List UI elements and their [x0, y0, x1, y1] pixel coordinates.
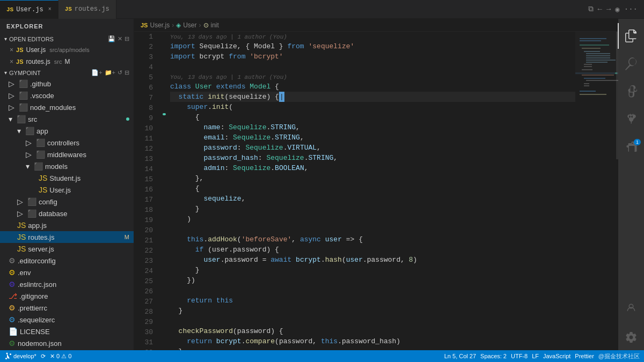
svg-rect-15	[584, 78, 605, 79]
js-user-icon: JS	[39, 186, 47, 194]
go-live-icon[interactable]: ◉	[615, 5, 619, 14]
tree-item-nodemon[interactable]: ⚙ nodemon.json	[0, 337, 134, 349]
tree-item-eslint[interactable]: ⚙ .eslintrc.json	[0, 278, 134, 290]
tree-item-config[interactable]: ▷ ⬛ config	[0, 196, 134, 208]
breadcrumb-method-icon: ⊙	[203, 21, 209, 29]
breadcrumb: JS User.js › ◈ User › ⊙ init	[134, 19, 618, 32]
routes-modified: M	[125, 234, 129, 240]
src-label: src	[28, 115, 37, 123]
code-line-4: class User extends Model {	[170, 82, 575, 92]
tab-user-js[interactable]: JS User.js ×	[0, 0, 58, 19]
svg-rect-22	[575, 72, 618, 74]
activity-extensions[interactable]: 1	[618, 135, 644, 160]
middlewares-label: middlewares	[47, 151, 86, 159]
close-routes-js[interactable]: ×	[10, 58, 13, 65]
folder-database-icon: ⬛	[27, 209, 36, 218]
tree-item-user-js[interactable]: JS User.js	[0, 184, 134, 196]
tree-item-controllers[interactable]: ▷ ⬛ controllers	[0, 137, 134, 149]
tree-item-prettierrc[interactable]: ⚙ .prettierrc	[0, 302, 134, 314]
tab-user-js-close[interactable]: ×	[48, 6, 52, 12]
status-position[interactable]: Ln 5, Col 27	[444, 353, 476, 359]
refresh-icon[interactable]: ↺	[118, 69, 122, 76]
sidebar: EXPLORER ▾ OPEN EDITORS 💾 ✕ ⊟ × JS User.…	[0, 19, 134, 350]
breadcrumb-class-icon: ◈	[176, 21, 181, 29]
tree-item-app-js[interactable]: JS app.js	[0, 219, 134, 231]
tree-item-student-js[interactable]: JS Student.js	[0, 172, 134, 184]
vscode-label: .vscode	[30, 92, 54, 100]
save-all-icon[interactable]: 💾	[108, 35, 115, 42]
editorconfig-icon: ⚙	[9, 256, 16, 265]
status-spaces[interactable]: Spaces: 2	[480, 353, 507, 359]
tree-item-sequelizerc[interactable]: ⚙ .sequelizerc	[0, 314, 134, 326]
navigate-back-icon[interactable]: ←	[598, 5, 602, 13]
svg-rect-14	[582, 75, 614, 76]
tree-item-src[interactable]: ▾ ⬛ src	[0, 113, 134, 125]
activity-git[interactable]	[618, 79, 644, 105]
tree-item-env[interactable]: ⚙ .env	[0, 267, 134, 278]
breadcrumb-filename[interactable]: User.js	[150, 21, 170, 29]
new-folder-icon[interactable]: 📁+	[105, 69, 115, 76]
status-errors[interactable]: ✕ 0 ⚠ 0	[50, 353, 71, 360]
open-editors-header[interactable]: ▾ OPEN EDITORS 💾 ✕ ⊟	[0, 34, 134, 44]
open-editor-routes-js[interactable]: × JS routes.js src M	[0, 56, 134, 68]
git-branch-label: develop*	[13, 353, 36, 359]
tree-item-github[interactable]: ▷ ⬛ .github	[0, 78, 134, 90]
tab-bar-actions: ⧉ ← → ◉ ···	[588, 5, 644, 14]
extensions-badge: 1	[634, 139, 641, 145]
open-editor-user-js[interactable]: × JS User.js src/app/models	[0, 44, 134, 56]
tab-routes-js[interactable]: JS routes.js	[58, 0, 116, 19]
status-git-branch[interactable]: develop*	[4, 352, 36, 360]
breadcrumb-class[interactable]: User	[183, 21, 196, 29]
tree-item-gitignore[interactable]: ⎇ .gitignore	[0, 290, 134, 302]
activity-accounts[interactable]	[618, 297, 644, 322]
line-numbers: 1 2 3 4 5 6 7 8 9 10 11 12 13 14 15 16 1…	[134, 32, 158, 350]
status-sync[interactable]: ⟳	[41, 353, 46, 360]
tree-item-models[interactable]: ▾ ⬛ models	[0, 160, 134, 172]
split-editor-icon[interactable]: ⧉	[588, 5, 594, 13]
error-icon: ✕	[50, 353, 56, 359]
js-icon-4: JS	[16, 58, 23, 65]
activity-explorer[interactable]	[618, 23, 643, 49]
js-icon: JS	[6, 6, 13, 13]
activity-search[interactable]	[618, 51, 644, 77]
tree-item-node-modules[interactable]: ▷ ⬛ node_modules	[0, 101, 134, 113]
status-formatter[interactable]: Prettier	[575, 353, 594, 359]
activity-debug[interactable]	[618, 107, 644, 132]
tree-item-editorconfig[interactable]: ⚙ .editorconfig	[0, 255, 134, 267]
breadcrumb-method[interactable]: init	[211, 21, 219, 29]
navigate-forward-icon[interactable]: →	[606, 5, 611, 13]
models-label: models	[45, 162, 68, 171]
new-file-icon[interactable]: 📄+	[91, 69, 102, 76]
gympoint-chevron: ▾	[4, 70, 7, 76]
controllers-label: controllers	[47, 139, 79, 147]
tree-item-routes-js[interactable]: JS routes.js M	[0, 231, 134, 243]
code-content[interactable]: You, 13 days ago | 1 author (You) import…	[166, 32, 575, 350]
tree-item-database[interactable]: ▷ ⬛ database	[0, 208, 134, 219]
close-user-js[interactable]: ×	[10, 46, 13, 54]
js-icon-3: JS	[16, 47, 23, 53]
gympoint-header[interactable]: ▾ GYMPOINT 📄+ 📁+ ↺ ⊟	[0, 68, 134, 78]
tree-item-vscode[interactable]: ▷ ⬛ .vscode	[0, 90, 134, 101]
collapse-all-icon[interactable]: ⊟	[125, 35, 129, 42]
code-line-15: sequelize,	[170, 194, 575, 204]
close-all-icon[interactable]: ✕	[118, 35, 122, 42]
error-count: 0	[56, 353, 60, 359]
routes-js-label: routes.js	[28, 233, 54, 241]
code-line-23: })	[170, 275, 575, 285]
more-icon[interactable]: ···	[624, 5, 638, 13]
prettier-icon: ⚙	[9, 304, 16, 312]
status-eol[interactable]: LF	[532, 353, 539, 359]
status-language[interactable]: JavaScript	[543, 353, 570, 359]
github-label: .github	[30, 80, 51, 88]
tree-item-app[interactable]: ▾ ⬛ app	[0, 125, 134, 137]
tree-item-middlewares[interactable]: ▷ ⬛ middlewares	[0, 149, 134, 160]
status-encoding[interactable]: UTF-8	[511, 353, 528, 359]
routes-js-modified-badge: M	[65, 58, 70, 65]
tree-item-server-js[interactable]: JS server.js	[0, 243, 134, 255]
activity-settings[interactable]	[618, 324, 644, 350]
collapse-icon[interactable]: ⊟	[125, 69, 129, 76]
folder-middlewares-icon: ⬛	[36, 150, 45, 159]
tree-item-license[interactable]: 📄 LICENSE	[0, 326, 134, 337]
code-line-9: email: Sequelize.STRING,	[170, 132, 575, 143]
app-js-label: app.js	[28, 221, 47, 230]
